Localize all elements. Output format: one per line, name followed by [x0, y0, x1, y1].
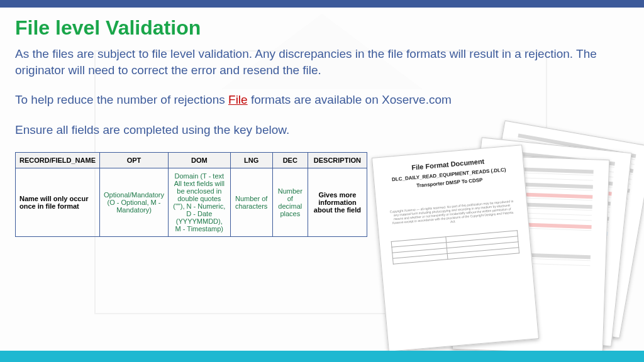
document-fan: File Format Document DLC_DAILY_READ_EQUI… [367, 145, 619, 358]
link-pre-text: To help reduce the number of rejections [15, 93, 228, 106]
doc-mini-table [391, 230, 519, 264]
cell-desc: Gives more information about the field [308, 168, 367, 236]
page-title: File level Validation [15, 16, 629, 40]
col-lng: LNG [230, 152, 272, 168]
cell-lng: Number of characters [230, 168, 272, 236]
intro-paragraph: As the files are subject to file level v… [15, 46, 629, 78]
table-row: Name will only occur once in file format… [16, 168, 367, 236]
col-description: DESCRIPTION [308, 152, 367, 168]
col-opt: OPT [100, 152, 169, 168]
top-accent-bar [0, 0, 644, 8]
cell-name: Name will only occur once in file format [16, 168, 100, 236]
col-dom: DOM [169, 152, 231, 168]
cell-opt: Optional/Mandatory (O - Optional, M - Ma… [100, 168, 169, 236]
file-link[interactable]: File [228, 93, 248, 106]
doc-page-front: File Format Document DLC_DAILY_READ_EQUI… [372, 145, 539, 352]
col-record-field-name: RECORD/FIELD_NAME [16, 152, 100, 168]
bottom-accent-bar [0, 351, 644, 362]
key-table: RECORD/FIELD_NAME OPT DOM LNG DEC DESCRI… [15, 152, 367, 237]
cell-dec: Number of decimal places [272, 168, 308, 236]
key-table-wrap: RECORD/FIELD_NAME OPT DOM LNG DEC DESCRI… [15, 152, 367, 237]
link-paragraph: To help reduce the number of rejections … [15, 92, 629, 108]
link-post-text: formats are available on Xoserve.com [248, 93, 452, 106]
table-header-row: RECORD/FIELD_NAME OPT DOM LNG DEC DESCRI… [16, 152, 367, 168]
cell-dom: Domain (T - text All text fields will be… [169, 168, 231, 236]
col-dec: DEC [272, 152, 308, 168]
doc-fineprint: Copyright Xoserve — all rights reserved.… [388, 199, 516, 228]
